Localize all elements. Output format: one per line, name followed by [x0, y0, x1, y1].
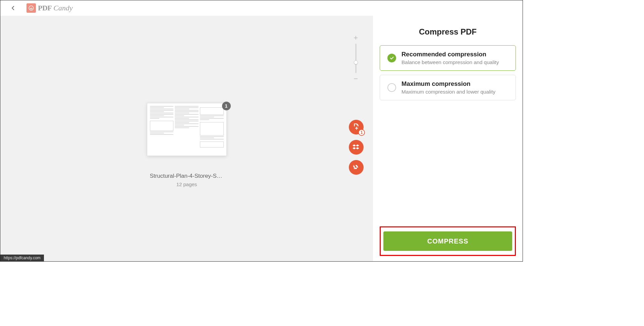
zoom-out-button[interactable]: −: [354, 75, 358, 83]
check-icon: [389, 56, 394, 60]
content: + − 1: [0, 16, 523, 261]
logo[interactable]: PDF Candy: [26, 3, 73, 13]
file-pages: 12 pages: [176, 181, 197, 187]
compress-button[interactable]: COMPRESS: [383, 231, 512, 251]
google-drive-icon: [353, 164, 360, 171]
option-recommended[interactable]: Recommended compression Balance between …: [380, 45, 516, 71]
back-button[interactable]: [10, 5, 16, 11]
option-text: Recommended compression Balance between …: [401, 51, 499, 65]
file-count-badge: 1: [358, 129, 365, 136]
radio-selected-icon: [387, 54, 396, 62]
logo-text-pdf: PDF: [38, 4, 52, 12]
header: PDF Candy: [0, 0, 523, 16]
radio-unselected-icon: [387, 83, 396, 92]
page-thumbnail[interactable]: [147, 103, 227, 156]
dropbox-button[interactable]: [349, 140, 364, 155]
zoom-control: + −: [354, 34, 358, 83]
status-bar-url: https://pdfcandy.com: [0, 255, 44, 261]
sidebar: Compress PDF Recommended compression Bal…: [373, 16, 523, 261]
file-name: Structural-Plan-4-Storey-Sc...: [150, 173, 224, 179]
option-maximum[interactable]: Maximum compression Maximum compression …: [380, 75, 516, 100]
file-card[interactable]: 1: [147, 103, 227, 187]
zoom-thumb[interactable]: [354, 60, 358, 64]
add-file-button[interactable]: 1: [349, 120, 364, 134]
option-text: Maximum compression Maximum compression …: [401, 80, 495, 95]
app-frame: PDF Candy + − 1: [0, 0, 523, 262]
action-button-stack: 1: [349, 120, 364, 175]
preview-area: + − 1: [0, 16, 373, 261]
logo-text-candy: Candy: [53, 4, 72, 12]
option-desc: Maximum compression and lower quality: [401, 89, 495, 95]
logo-icon: [26, 3, 36, 13]
zoom-in-button[interactable]: +: [354, 34, 358, 42]
dropbox-icon: [353, 144, 360, 151]
option-desc: Balance between compression and quality: [401, 59, 499, 65]
sidebar-title: Compress PDF: [380, 27, 516, 37]
option-title: Recommended compression: [401, 51, 499, 58]
svg-point-1: [31, 7, 32, 8]
option-title: Maximum compression: [401, 80, 495, 88]
page-number-badge: 1: [222, 102, 231, 110]
chevron-left-icon: [10, 5, 16, 11]
compress-highlight-box: COMPRESS: [380, 226, 516, 256]
zoom-slider[interactable]: [355, 44, 357, 73]
google-drive-button[interactable]: [349, 160, 364, 175]
